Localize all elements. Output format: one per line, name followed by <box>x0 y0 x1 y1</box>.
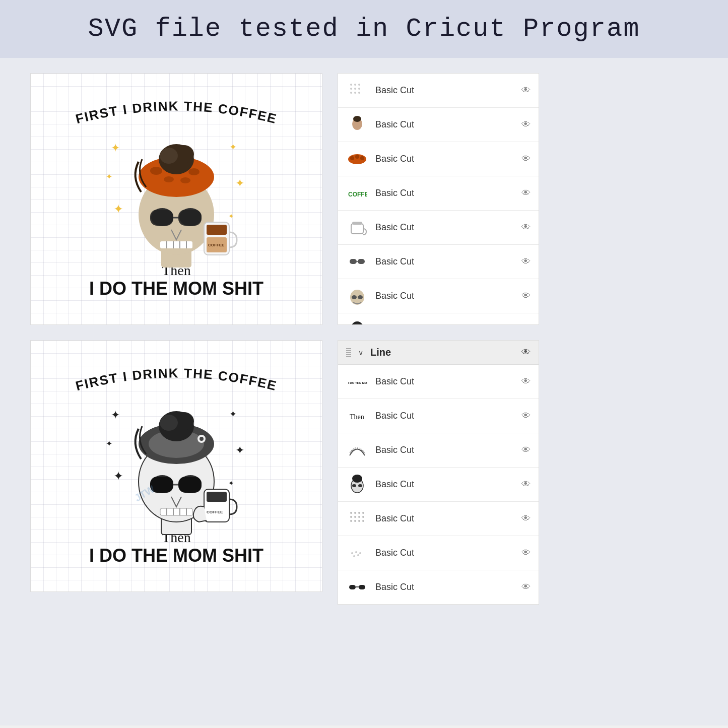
svg-point-96 <box>362 520 364 522</box>
header-title: SVG file tested in Cricut Program <box>0 14 728 44</box>
layer-label: Basic Cut <box>375 582 521 592</box>
svg-point-48 <box>352 295 357 299</box>
layer-label: Basic Cut <box>375 513 521 524</box>
svg-point-86 <box>354 512 356 514</box>
svg-text:COFFEE: COFFEE <box>207 510 223 514</box>
eye-icon[interactable]: 👁 <box>521 291 531 301</box>
layer-item[interactable]: Basic Cut 👁 <box>338 570 539 605</box>
svg-point-18 <box>180 177 190 183</box>
layer-label: Basic Cut <box>375 154 521 164</box>
layer-item[interactable]: Basic Cut 👁 <box>338 313 539 325</box>
svg-point-21 <box>160 148 178 164</box>
layer-label: Basic Cut <box>375 85 521 96</box>
svg-point-34 <box>358 92 360 94</box>
layer-label: Basic Cut <box>375 445 521 455</box>
layer-label: Basic Cut <box>375 222 521 233</box>
eye-icon[interactable]: 👁 <box>521 222 531 233</box>
eye-icon[interactable]: 👁 <box>521 154 531 164</box>
svg-point-49 <box>358 295 363 299</box>
bottom-row: FIRST I DRINK THE COFFEE ✦ ✦ ✦ ✦ ✦ ✦ <box>30 340 698 605</box>
layer-label: Basic Cut <box>375 479 521 490</box>
eye-icon[interactable]: 👁 <box>521 376 531 387</box>
eye-icon[interactable]: 👁 <box>521 119 531 130</box>
svg-point-92 <box>354 520 356 522</box>
svg-text:FIRST I DRINK: FIRST I DRINK <box>349 446 366 454</box>
svg-point-73 <box>160 415 178 431</box>
svg-point-36 <box>353 116 361 122</box>
layer-item[interactable]: Basic Cut 👁 <box>338 108 539 142</box>
svg-rect-5 <box>150 210 173 226</box>
color-skull-svg: COFFEE <box>106 131 247 273</box>
eye-icon[interactable]: 👁 <box>521 445 531 455</box>
layer-label: Basic Cut <box>375 548 521 558</box>
layer-label: Basic Cut <box>375 376 521 387</box>
layer-item[interactable]: FIRST I DRINK Basic Cut 👁 <box>338 433 539 468</box>
svg-rect-103 <box>359 585 365 589</box>
layer-item[interactable]: Basic Cut 👁 <box>338 502 539 536</box>
svg-point-97 <box>351 552 353 554</box>
svg-rect-75 <box>207 492 227 502</box>
layer-item[interactable]: Basic Cut 👁 <box>338 245 539 279</box>
layer-item[interactable]: Basic Cut 👁 <box>338 142 539 176</box>
svg-point-83 <box>358 484 362 487</box>
layer-item[interactable]: I DO THE MOM SHIT Basic Cut 👁 <box>338 365 539 399</box>
svg-point-84 <box>352 475 362 483</box>
chevron-icon: ∨ <box>358 349 363 357</box>
eye-icon[interactable]: 👁 <box>521 188 531 198</box>
layer-item[interactable]: Basic Cut 👁 <box>338 468 539 502</box>
svg-point-88 <box>350 516 352 518</box>
eye-icon[interactable]: 👁 <box>521 411 531 421</box>
eye-icon[interactable]: 👁 <box>521 548 531 558</box>
bottom-preview-content: FIRST I DRINK THE COFFEE ✦ ✦ ✦ ✦ ✦ ✦ <box>31 341 322 591</box>
layer-item[interactable]: Basic Cut 👁 <box>338 211 539 245</box>
svg-point-87 <box>358 512 360 514</box>
bottom-text-bw: I DO THE MOM SHIT <box>41 546 312 566</box>
layer-thumbnail-7 <box>346 285 368 307</box>
layer-thumbnail-b6 <box>346 542 368 564</box>
bw-skull-svg: COFFEE JTW <box>106 399 247 540</box>
eye-icon[interactable]: 👁 <box>521 256 531 267</box>
main-content: FIRST I DRINK THE COFFEE ✦ ✦ ✦ ✦ ✦ ✦ <box>0 58 728 725</box>
sparkle-4: ✦ <box>229 142 237 153</box>
svg-point-82 <box>352 484 356 487</box>
eye-icon[interactable]: 👁 <box>521 513 531 524</box>
layer-label: Basic Cut <box>375 256 521 267</box>
svg-point-91 <box>350 520 352 522</box>
eye-icon[interactable]: 👁 <box>521 582 531 592</box>
svg-point-93 <box>358 520 360 522</box>
svg-point-39 <box>355 155 359 159</box>
layer-thumbnail-6 <box>346 251 368 273</box>
svg-text:Then: Then <box>350 413 364 421</box>
eye-icon[interactable]: 👁 <box>521 479 531 490</box>
svg-rect-8 <box>160 241 192 248</box>
eye-icon[interactable]: 👁 <box>521 85 531 96</box>
svg-point-27 <box>354 84 356 86</box>
svg-rect-44 <box>350 259 357 264</box>
layer-thumbnail-3 <box>346 148 368 170</box>
top-preview-panel: FIRST I DRINK THE COFFEE ✦ ✦ ✦ ✦ ✦ ✦ <box>30 73 322 325</box>
layer-item[interactable]: Then Basic Cut 👁 <box>338 399 539 433</box>
bottom-preview-panel: FIRST I DRINK THE COFFEE ✦ ✦ ✦ ✦ ✦ ✦ <box>30 340 322 592</box>
svg-point-26 <box>350 84 352 86</box>
svg-text:I DO THE MOM SHIT: I DO THE MOM SHIT <box>348 381 367 384</box>
svg-text:COFFEE: COFFEE <box>208 243 225 247</box>
layer-item[interactable]: COFFEE Basic Cut 👁 <box>338 176 539 211</box>
svg-text:FIRST I DRINK THE COFFEE: FIRST I DRINK THE COFFEE <box>74 99 279 126</box>
arc-text-svg: FIRST I DRINK THE COFFEE <box>50 99 302 129</box>
bw-skull-design: FIRST I DRINK THE COFFEE ✦ ✦ ✦ ✦ ✦ ✦ <box>41 366 312 566</box>
header-eye-icon[interactable]: 👁 <box>521 347 531 358</box>
layer-thumbnail-b7 <box>346 576 368 599</box>
layer-label: Basic Cut <box>375 119 521 130</box>
layer-thumbnail-b5 <box>346 508 368 530</box>
top-row: FIRST I DRINK THE COFFEE ✦ ✦ ✦ ✦ ✦ ✦ <box>30 73 698 325</box>
layer-thumbnail-2 <box>346 114 368 136</box>
sparkle-6: ✦ <box>228 212 234 220</box>
bottom-text-color: I DO THE MOM SHIT <box>41 279 312 299</box>
sparkle-bw-1: ✦ <box>111 409 120 422</box>
layer-item[interactable]: Basic Cut 👁 <box>338 279 539 313</box>
svg-point-31 <box>358 88 360 90</box>
layer-item[interactable]: Basic Cut 👁 <box>338 74 539 108</box>
layer-item[interactable]: Basic Cut 👁 <box>338 536 539 570</box>
drag-handle[interactable] <box>346 348 351 357</box>
sparkle-3: ✦ <box>113 202 123 216</box>
